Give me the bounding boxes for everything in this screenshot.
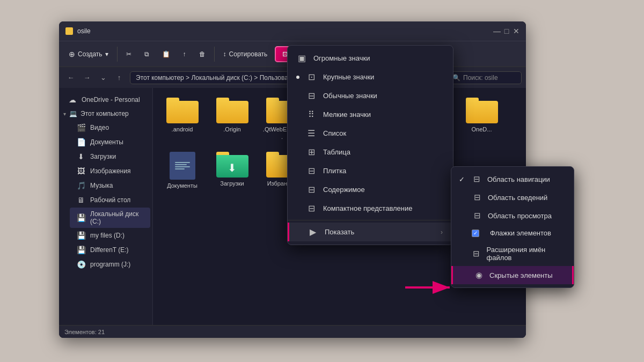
sidebar-item-onedrive[interactable]: ☁ OneDrive - Personal [61, 93, 150, 107]
menu-divider [288, 220, 453, 220]
list-item[interactable]: Документы [159, 149, 205, 193]
sort-icon: ↕ [223, 50, 226, 58]
paste-button[interactable]: 📋 [157, 47, 175, 61]
compact-icon: ⊟ [306, 203, 317, 213]
cloud-icon: ☁ [68, 95, 77, 104]
preview-panel-icon: ⊟ [472, 211, 482, 220]
grid-medium-icon: ⊡ [306, 72, 317, 82]
back-button[interactable]: ← [63, 70, 78, 85]
checkmark-icon: ✓ [459, 175, 465, 183]
sidebar-item-downloads[interactable]: ⬇ Загрузки [70, 150, 150, 164]
drive-e-icon: 💾 [76, 246, 86, 254]
sub-menu-item-details-panel[interactable]: ⊟ Область сведений [451, 188, 574, 206]
sidebar-item-programm[interactable]: 💿 programm (J:) [70, 257, 150, 271]
sidebar: ☁ OneDrive - Personal ▾ 💻 Этот компьютер… [59, 88, 153, 325]
sidebar-item-images[interactable]: 🖼 Изображения [70, 164, 150, 178]
toolbar-divider-2 [214, 47, 215, 62]
show-icon: ▶ [308, 227, 318, 237]
create-button[interactable]: ⊕ Создать ▾ [63, 47, 114, 62]
status-text: Элементов: 21 [64, 329, 105, 335]
sidebar-item-different[interactable]: 💾 DifferenT (E:) [70, 243, 150, 257]
drive-j-icon: 💿 [76, 260, 86, 269]
menu-item-small-icons[interactable]: ⠿ Мелкие значки [288, 105, 453, 124]
folder-origin [216, 98, 248, 123]
sub-menu-item-nav-panel[interactable]: ✓ ⊟ Область навигации [451, 170, 574, 188]
cut-button[interactable]: ✂ [121, 47, 137, 61]
folder-downloads: ⬇ [216, 152, 248, 178]
selected-dot [296, 76, 299, 79]
close-button[interactable]: ✕ [513, 28, 519, 34]
sub-menu-item-extensions[interactable]: ⊟ Расширения имён файлов [451, 241, 574, 266]
list-item[interactable]: .android [159, 94, 205, 144]
paste-icon: 📋 [162, 50, 170, 58]
search-box[interactable]: 🔍 Поиск: osile [447, 71, 522, 84]
menu-item-content[interactable]: ⊟ Содержимое [288, 180, 453, 199]
up-button[interactable]: ↑ [112, 70, 127, 85]
dropdown-button[interactable]: ⌄ [96, 70, 111, 85]
grid-large-icon: ▣ [296, 53, 307, 63]
arrow-indicator [402, 274, 456, 303]
sort-button[interactable]: ↕ Сортировать [218, 47, 273, 61]
folder-oned [466, 98, 498, 123]
tile-icon: ⊟ [306, 166, 317, 176]
grid-tiny-icon: ⠿ [306, 109, 317, 120]
copy-icon: ⧉ [144, 50, 149, 58]
list-item[interactable]: ⬇ Загрузки [209, 149, 255, 193]
details-panel-icon: ⊟ [472, 193, 482, 202]
doc-file-documents [170, 152, 195, 180]
menu-item-show[interactable]: ▶ Показать › [288, 223, 453, 241]
sub-menu-item-item-flags[interactable]: ✓ Флажки элементов [451, 225, 574, 241]
show-submenu: ✓ ⊟ Область навигации ⊟ Область сведений… [451, 166, 574, 288]
forward-button[interactable]: → [79, 70, 94, 85]
music-icon: 🎵 [76, 181, 86, 190]
menu-item-large-icons[interactable]: ⊡ Крупные значки [288, 68, 453, 86]
sidebar-item-desktop[interactable]: 🖥 Рабочий стол [70, 193, 150, 207]
window-title: osile [77, 27, 494, 35]
sidebar-item-video[interactable]: 🎬 Видео [70, 121, 150, 135]
nav-panel-icon: ⊟ [471, 174, 482, 184]
download-arrow-icon: ⬇ [228, 161, 237, 174]
menu-item-compact[interactable]: ⊟ Компактное представление [288, 199, 453, 218]
sidebar-item-music[interactable]: 🎵 Музыка [70, 179, 150, 193]
eye-icon: ◉ [473, 270, 484, 280]
sidebar-item-my-files[interactable]: 💾 my files (D:) [70, 228, 150, 242]
arrow-right-icon: › [441, 228, 443, 236]
delete-button[interactable]: 🗑 [194, 47, 211, 61]
folder-android [166, 98, 199, 123]
menu-item-huge-icons[interactable]: ▣ Огромные значки [288, 49, 453, 68]
delete-icon: 🗑 [199, 50, 206, 58]
status-bar: Элементов: 21 [59, 325, 526, 338]
downloads-icon: ⬇ [76, 152, 86, 161]
menu-item-tile[interactable]: ⊟ Плитка [288, 161, 453, 180]
copy-button[interactable]: ⧉ [139, 47, 155, 61]
menu-item-list[interactable]: ☰ Список [288, 124, 453, 143]
window-controls: — □ ✕ [494, 28, 519, 34]
images-icon: 🖼 [76, 167, 86, 175]
plus-icon: ⊕ [69, 50, 75, 58]
list-item[interactable]: OneD... [459, 94, 504, 144]
flags-icon: ✓ [472, 230, 482, 237]
drive-d-icon: 💾 [76, 231, 86, 240]
list-view-icon: ☰ [306, 128, 317, 138]
menu-item-medium-icons[interactable]: ⊟ Обычные значки [288, 86, 453, 105]
share-button[interactable]: ↑ [178, 47, 192, 61]
menu-item-table[interactable]: ⊞ Таблица [288, 143, 453, 161]
sidebar-this-pc[interactable]: ▾ 💻 Этот компьютер [59, 107, 152, 120]
nav-buttons: ← → ⌄ ↑ [63, 70, 127, 85]
list-item[interactable]: .Origin [209, 94, 255, 144]
sidebar-item-docs[interactable]: 📄 Документы [70, 135, 150, 149]
sub-menu-item-preview-panel[interactable]: ⊟ Область просмотра [451, 206, 574, 225]
content-icon: ⊟ [306, 184, 317, 195]
sidebar-item-local-c[interactable]: 💾 Локальный диск (C:) [70, 208, 150, 228]
title-bar: osile — □ ✕ [59, 21, 526, 41]
sub-menu-item-hidden[interactable]: ◉ Скрытые элементы [451, 266, 574, 284]
pink-arrow-svg [402, 274, 456, 301]
checkbox-icon: ✓ [472, 230, 479, 237]
search-icon: 🔍 [452, 74, 460, 82]
share-icon: ↑ [183, 50, 186, 58]
maximize-button[interactable]: □ [503, 28, 510, 34]
extensions-icon: ⊟ [471, 249, 481, 258]
table-icon: ⊞ [306, 147, 317, 157]
minimize-button[interactable]: — [494, 28, 500, 34]
pc-icon: 💻 [69, 110, 77, 117]
